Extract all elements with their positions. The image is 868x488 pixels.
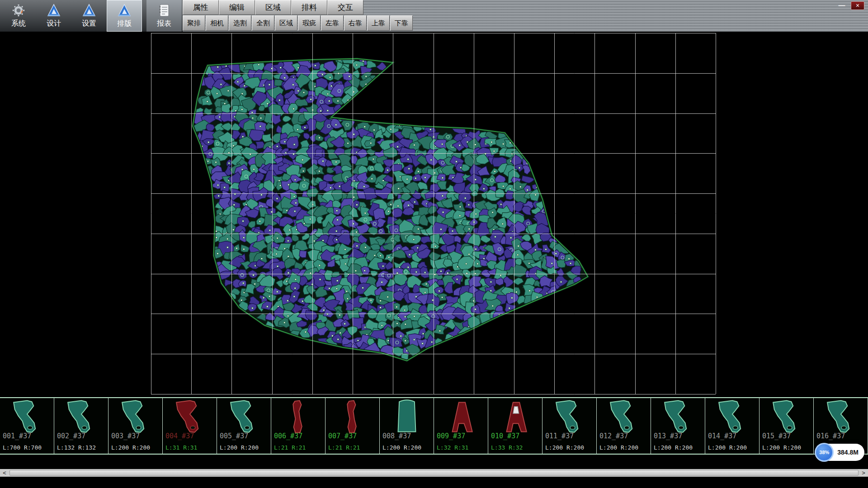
progress-percent: 38% bbox=[819, 450, 829, 455]
piece-shape bbox=[9, 399, 45, 435]
piece-thumbnail-004[interactable]: 004_#37L:31 R:31 bbox=[163, 398, 217, 454]
piece-shape bbox=[118, 399, 153, 435]
piece-lr-count: L:200 R:200 bbox=[654, 444, 693, 451]
piece-shape bbox=[660, 399, 696, 435]
gear-icon bbox=[10, 3, 27, 18]
tool-button-snap-top[interactable]: 上靠 bbox=[367, 15, 390, 31]
menu-tab-interaction[interactable]: 交互 bbox=[327, 0, 363, 15]
top-toolbar: 系统设计设置排版报表 属性编辑区域排料交互 聚排相机选割全割区域瑕疵左靠右靠上靠… bbox=[0, 0, 868, 32]
tool-button-cluster-nest[interactable]: 聚排 bbox=[183, 15, 205, 31]
piece-thumbnail-005[interactable]: 005_#37L:200 R:200 bbox=[217, 398, 271, 454]
window-controls: — × bbox=[836, 0, 868, 32]
piece-lr-count: L:200 R:200 bbox=[708, 444, 747, 451]
big-button-report[interactable]: 报表 bbox=[146, 0, 182, 32]
tool-button-defect[interactable]: 瑕疵 bbox=[298, 15, 321, 31]
piece-name: 007_#37 bbox=[328, 432, 357, 440]
scrollbar-track[interactable] bbox=[9, 470, 859, 476]
close-button[interactable]: × bbox=[851, 1, 864, 10]
piece-thumbnail-014[interactable]: 014_#37L:200 R:200 bbox=[705, 398, 760, 454]
big-button-design[interactable]: 设计 bbox=[36, 0, 71, 32]
piece-thumbnail-007[interactable]: 007_#37L:21 R:21 bbox=[326, 398, 380, 454]
big-button-label: 排版 bbox=[117, 19, 132, 28]
menu-tab-properties[interactable]: 属性 bbox=[183, 0, 219, 15]
piece-lr-count: L:200 R:200 bbox=[111, 444, 150, 451]
piece-thumbnail-strip: 001_#37L:700 R:700002_#37L:132 R:132003_… bbox=[0, 397, 868, 455]
piece-lr-count: L:32 R:31 bbox=[437, 444, 468, 451]
piece-lr-count: L:21 R:21 bbox=[328, 444, 360, 451]
memory-value: 384.8M bbox=[837, 449, 859, 456]
tool-button-camera[interactable]: 相机 bbox=[206, 15, 228, 31]
piece-name: 016_#37 bbox=[816, 432, 845, 440]
report-icon bbox=[156, 3, 172, 18]
tool-button-snap-left[interactable]: 左靠 bbox=[321, 15, 344, 31]
piece-name: 014_#37 bbox=[708, 432, 736, 440]
big-button-label: 报表 bbox=[157, 19, 171, 28]
piece-shape bbox=[281, 399, 316, 435]
piece-lr-count: L:33 R:32 bbox=[491, 444, 523, 451]
piece-name: 006_#37 bbox=[274, 432, 302, 440]
piece-shape bbox=[606, 399, 642, 435]
piece-lr-count: L:31 R:31 bbox=[165, 444, 197, 451]
piece-name: 005_#37 bbox=[220, 432, 248, 440]
tool-button-snap-bottom[interactable]: 下靠 bbox=[390, 15, 413, 31]
titlebar-gripper bbox=[413, 0, 836, 32]
piece-name: 015_#37 bbox=[762, 432, 791, 440]
tool-button-cut-all[interactable]: 全割 bbox=[252, 15, 274, 31]
piece-thumbnail-006[interactable]: 006_#37L:21 R:21 bbox=[271, 398, 326, 454]
piece-name: 008_#37 bbox=[382, 432, 411, 440]
minimize-button[interactable]: — bbox=[836, 1, 847, 9]
piece-thumbnail-009[interactable]: 009_#37L:32 R:31 bbox=[434, 398, 488, 454]
piece-thumbnail-001[interactable]: 001_#37L:700 R:700 bbox=[0, 398, 54, 454]
piece-shape bbox=[226, 399, 262, 435]
big-toolbar: 系统设计设置排版报表 bbox=[0, 0, 183, 32]
piece-shape bbox=[335, 399, 370, 435]
tool-button-region[interactable]: 区域 bbox=[275, 15, 297, 31]
big-button-label: 设计 bbox=[47, 19, 61, 28]
menu-tab-nesting[interactable]: 排料 bbox=[291, 0, 327, 15]
piece-thumbnail-010[interactable]: 010_#37L:33 R:32 bbox=[488, 398, 542, 454]
nesting-canvas[interactable] bbox=[0, 32, 868, 397]
big-button-label: 设置 bbox=[82, 19, 96, 28]
piece-lr-count: L:200 R:200 bbox=[599, 444, 638, 451]
progress-percent-badge: 38% bbox=[815, 443, 834, 462]
menu-tab-region[interactable]: 区域 bbox=[255, 0, 291, 15]
piece-thumbnail-003[interactable]: 003_#37L:200 R:200 bbox=[108, 398, 163, 454]
piece-name: 001_#37 bbox=[3, 432, 31, 440]
tool-button-snap-right[interactable]: 右靠 bbox=[344, 15, 367, 31]
menu-tab-edit[interactable]: 编辑 bbox=[219, 0, 255, 15]
piece-name: 002_#37 bbox=[57, 432, 85, 440]
big-button-layout[interactable]: 排版 bbox=[107, 0, 142, 32]
piece-thumbnail-011[interactable]: 011_#37L:200 R:200 bbox=[542, 398, 597, 454]
scroll-left-arrow[interactable]: < bbox=[0, 469, 9, 476]
piece-shape bbox=[389, 399, 425, 435]
piece-shape bbox=[172, 399, 208, 435]
nesting-canvas-area[interactable] bbox=[0, 32, 868, 397]
piece-thumbnail-012[interactable]: 012_#37L:200 R:200 bbox=[597, 398, 651, 454]
piece-name: 010_#37 bbox=[491, 432, 519, 440]
tool-button-select-cut[interactable]: 选割 bbox=[229, 15, 251, 31]
piece-name: 012_#37 bbox=[599, 432, 628, 440]
piece-thumbnail-015[interactable]: 015_#37L:200 R:200 bbox=[760, 398, 814, 454]
piece-lr-count: L:200 R:200 bbox=[545, 444, 584, 451]
piece-thumbnail-008[interactable]: 008_#37L:200 R:200 bbox=[380, 398, 434, 454]
piece-lr-count: L:200 R:200 bbox=[382, 444, 421, 451]
piece-lr-count: L:132 R:132 bbox=[57, 444, 96, 451]
piece-shape bbox=[498, 399, 533, 435]
piece-shape bbox=[64, 399, 99, 435]
piece-shape bbox=[443, 399, 479, 435]
scroll-right-arrow[interactable]: > bbox=[859, 469, 868, 476]
big-button-settings[interactable]: 设置 bbox=[71, 0, 107, 32]
piece-thumbnail-013[interactable]: 013_#37L:200 R:200 bbox=[651, 398, 705, 454]
piece-lr-count: L:700 R:700 bbox=[3, 444, 42, 451]
menu-tab-row: 属性编辑区域排料交互 bbox=[183, 0, 413, 15]
ribbon: 属性编辑区域排料交互 聚排相机选割全割区域瑕疵左靠右靠上靠下靠 bbox=[183, 0, 413, 32]
big-button-label: 系统 bbox=[11, 19, 26, 28]
big-button-system[interactable]: 系统 bbox=[1, 0, 36, 32]
set-square-icon bbox=[116, 3, 132, 18]
piece-name: 004_#37 bbox=[165, 432, 194, 440]
piece-thumbnail-002[interactable]: 002_#37L:132 R:132 bbox=[54, 398, 108, 454]
piece-shape bbox=[769, 399, 804, 435]
horizontal-scrollbar[interactable]: < > bbox=[0, 469, 868, 477]
piece-lr-count: L:200 R:200 bbox=[220, 444, 259, 451]
set-square-icon bbox=[46, 3, 62, 18]
